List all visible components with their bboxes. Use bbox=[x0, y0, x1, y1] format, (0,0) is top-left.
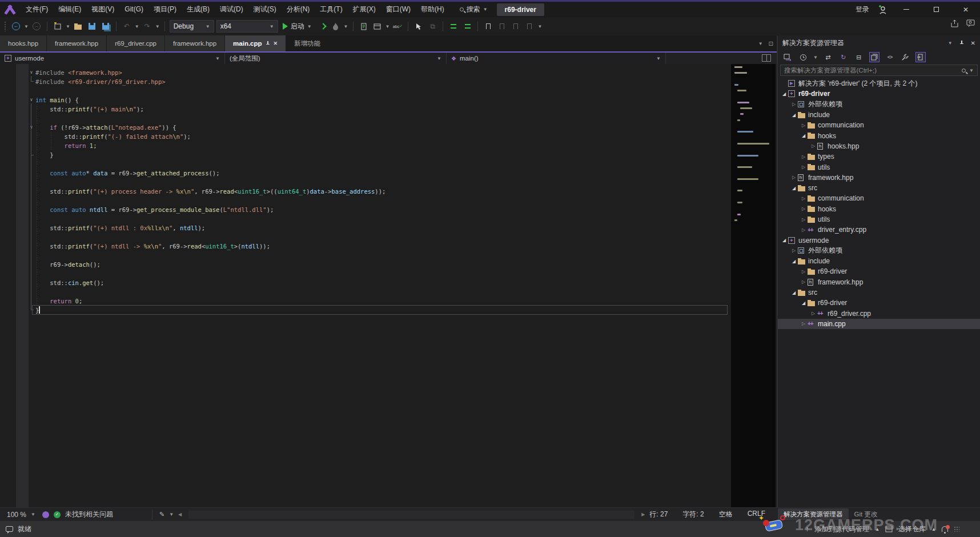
horizontal-scrollbar[interactable] bbox=[188, 511, 634, 519]
view-code-icon[interactable]: <> bbox=[885, 52, 895, 62]
code-line-1[interactable]: #include <framework.hpp> bbox=[35, 68, 122, 77]
tree-item-6[interactable]: ▷hhooks.hpp bbox=[778, 141, 980, 151]
panel-options-chevron-icon[interactable]: ▼ bbox=[948, 41, 953, 46]
feedback-icon[interactable] bbox=[966, 19, 975, 27]
expand-arrow-icon[interactable]: ▷ bbox=[800, 154, 808, 159]
expand-arrow-icon[interactable]: ▷ bbox=[800, 206, 808, 211]
line-indicator[interactable]: 行: 27 bbox=[649, 510, 668, 519]
tab-5[interactable]: 新增功能 bbox=[286, 35, 328, 51]
tree-item-2[interactable]: ▷外部依赖项 bbox=[778, 99, 980, 110]
new-project-chevron-icon[interactable]: ▼ bbox=[66, 24, 70, 29]
pin-icon[interactable] bbox=[959, 41, 964, 45]
solution-explorer-search-input[interactable]: 搜索解决方案资源管理器(Ctrl+;) ▼ bbox=[780, 65, 978, 76]
share-icon[interactable] bbox=[950, 19, 959, 27]
menu-item-6[interactable]: 调试(D) bbox=[215, 2, 248, 17]
minimize-button[interactable] bbox=[895, 2, 917, 17]
increase-indent-icon[interactable] bbox=[461, 20, 473, 33]
tree-item-5[interactable]: ◢hooks bbox=[778, 130, 980, 141]
start-without-debugging-button[interactable] bbox=[316, 20, 328, 33]
expand-arrow-icon[interactable]: ▷ bbox=[800, 321, 808, 326]
code-line-2[interactable]: #include <r69-driver/r69_driver.hpp> bbox=[35, 77, 166, 86]
issues-status-label[interactable]: 未找到相关问题 bbox=[65, 510, 113, 519]
properties-icon[interactable] bbox=[900, 52, 910, 62]
menu-item-8[interactable]: 分析(N) bbox=[282, 2, 315, 17]
tree-item-18[interactable]: ▷r69-driver bbox=[778, 266, 980, 276]
toggle-bookmark-icon[interactable] bbox=[483, 20, 494, 33]
maximize-button[interactable] bbox=[925, 2, 947, 17]
zoom-select[interactable]: 100 %▼ bbox=[5, 511, 38, 519]
sign-in-link[interactable]: 登录 bbox=[856, 5, 869, 14]
column-indicator[interactable]: 字符: 2 bbox=[682, 510, 704, 519]
spell-check-icon[interactable]: abc✓ bbox=[392, 20, 403, 33]
split-window-icon[interactable] bbox=[762, 54, 771, 62]
document-well-options-icon[interactable]: ⊡ bbox=[769, 41, 773, 47]
code-line-12[interactable]: const auto* data = r69->get_attached_pro… bbox=[35, 169, 219, 178]
code-line-9[interactable]: return 1; bbox=[35, 141, 97, 150]
spaces-indicator[interactable]: 空格 bbox=[719, 510, 733, 519]
minimap-scrollbar[interactable] bbox=[731, 64, 776, 507]
tree-item-8[interactable]: ▷utils bbox=[778, 162, 980, 172]
eol-indicator[interactable]: CRLF bbox=[748, 510, 765, 519]
tab-2[interactable]: r69_driver.cpp bbox=[107, 35, 164, 51]
expand-arrow-icon[interactable]: ▷ bbox=[809, 311, 817, 316]
hot-reload-icon[interactable] bbox=[330, 20, 342, 33]
collapse-arrow-icon[interactable]: ◢ bbox=[790, 186, 798, 191]
redo-icon[interactable]: ↷ bbox=[142, 20, 153, 33]
toolbar-overflow-chevron-icon[interactable]: ▼ bbox=[537, 24, 542, 29]
search-box[interactable]: 搜索 ▼ bbox=[460, 5, 488, 14]
tree-item-9[interactable]: ▷hframework.hpp bbox=[778, 173, 980, 183]
clear-bookmarks-icon[interactable] bbox=[524, 20, 535, 33]
expand-arrow-icon[interactable]: ▷ bbox=[790, 248, 798, 253]
solution-name-badge[interactable]: r69-driver bbox=[497, 3, 544, 16]
collapse-arrow-icon[interactable]: ◢ bbox=[800, 133, 808, 138]
tab-4[interactable]: main.cpp✕ bbox=[225, 35, 286, 51]
tree-item-1[interactable]: ◢+r69-driver bbox=[778, 89, 980, 99]
toolbar-grip[interactable] bbox=[4, 21, 6, 31]
tab-git-changes[interactable]: Git 更改 bbox=[849, 508, 883, 520]
search-options-chevron-icon[interactable]: ▼ bbox=[969, 68, 974, 73]
expand-arrow-icon[interactable]: ▷ bbox=[800, 196, 808, 201]
tab-pin-icon[interactable] bbox=[266, 41, 270, 46]
tree-item-17[interactable]: ◢include bbox=[778, 256, 980, 266]
code-cleanup-chevron-icon[interactable]: ▼ bbox=[169, 512, 174, 517]
menu-item-10[interactable]: 扩展(X) bbox=[348, 2, 381, 17]
decrease-indent-icon[interactable] bbox=[448, 20, 459, 33]
code-line-8[interactable]: std::printf("(-) failed attach\n"); bbox=[35, 132, 191, 141]
code-line-7[interactable]: if (!r69->attach(L"notepad.exe")) { bbox=[35, 123, 176, 132]
menu-item-2[interactable]: 视图(V) bbox=[86, 2, 119, 17]
code-line-26[interactable]: return 0; bbox=[35, 296, 82, 306]
switch-views-icon[interactable] bbox=[782, 52, 793, 62]
configuration-select[interactable]: Debug▼ bbox=[170, 20, 214, 33]
tab-solution-explorer[interactable]: 解决方案资源管理器 bbox=[778, 508, 849, 520]
start-debugging-button[interactable]: 启动 ▼ bbox=[280, 22, 314, 31]
find-in-window-icon[interactable] bbox=[372, 20, 383, 33]
tree-item-3[interactable]: ◢include bbox=[778, 110, 980, 120]
code-line-20[interactable]: std::printf("(+) ntdll -> %x\n", r69->re… bbox=[35, 242, 270, 251]
scroll-left-arrow-icon[interactable]: ◀ bbox=[178, 512, 182, 517]
save-all-icon[interactable] bbox=[100, 20, 111, 33]
new-project-icon[interactable] bbox=[52, 20, 63, 33]
resize-grip[interactable] bbox=[954, 526, 959, 532]
expand-arrow-icon[interactable]: ▷ bbox=[790, 102, 798, 107]
add-to-source-control-button[interactable]: 添加到源代码管理 bbox=[814, 524, 869, 534]
tree-item-13[interactable]: ▷utils bbox=[778, 214, 980, 225]
filter-chevron-icon[interactable]: ▼ bbox=[813, 55, 818, 60]
expand-arrow-icon[interactable]: ▷ bbox=[800, 165, 808, 170]
expand-arrow-icon[interactable]: ▷ bbox=[800, 279, 808, 284]
collapse-arrow-icon[interactable]: ◢ bbox=[790, 259, 798, 264]
tab-1[interactable]: framework.hpp bbox=[47, 35, 106, 51]
menu-item-4[interactable]: 项目(P) bbox=[148, 2, 182, 17]
tree-item-4[interactable]: ▷communication bbox=[778, 120, 980, 130]
document-list-chevron-icon[interactable]: ▼ bbox=[758, 41, 763, 46]
code-line-22[interactable]: r69->detach(); bbox=[35, 260, 101, 269]
open-folder-icon[interactable] bbox=[73, 20, 84, 33]
repository-caret-icon[interactable]: ▲ bbox=[931, 527, 936, 532]
hot-reload-chevron-icon[interactable]: ▼ bbox=[344, 24, 348, 29]
tree-item-10[interactable]: ◢src bbox=[778, 183, 980, 193]
navigate-back-chevron-icon[interactable]: ▼ bbox=[24, 24, 29, 29]
scroll-right-arrow-icon[interactable]: ▶ bbox=[641, 512, 645, 517]
collapse-arrow-icon[interactable]: ◢ bbox=[780, 91, 788, 97]
redo-chevron-icon[interactable]: ▼ bbox=[155, 24, 160, 29]
tab-3[interactable]: framework.hpp bbox=[165, 35, 224, 51]
multi-caret-icon[interactable]: ⧉ bbox=[427, 20, 438, 33]
